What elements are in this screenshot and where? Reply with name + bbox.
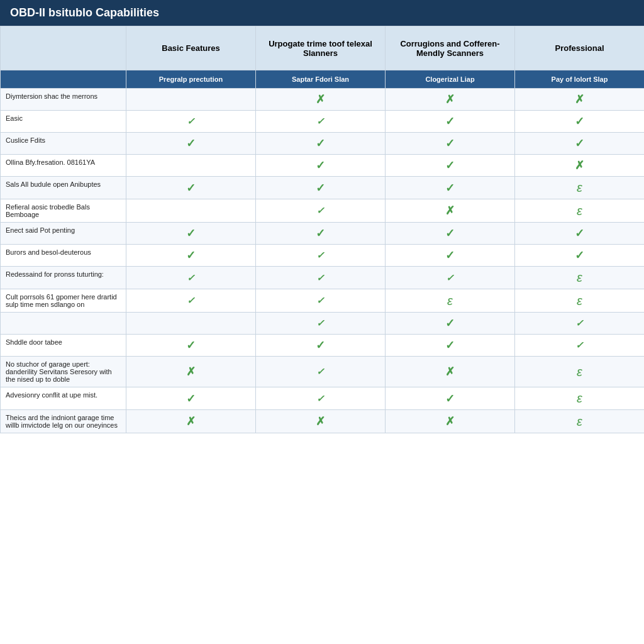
table-row: Burors and besol-deuterous✓✓✓✓ xyxy=(1,245,645,267)
page-title: OBD-II bsitublo Capabilities xyxy=(0,0,644,26)
feature-subheader xyxy=(1,70,126,89)
data-cell: ✓ xyxy=(256,387,386,410)
col1-header: Basic Features xyxy=(126,26,256,70)
data-cell: ✓ xyxy=(256,335,386,357)
data-cell: ✓ xyxy=(386,245,515,267)
data-cell: ε xyxy=(515,177,645,199)
data-cell xyxy=(126,313,256,335)
feature-cell: Ollina Bfy.fresation. 08161YA xyxy=(1,155,126,177)
table-row: Advesionry conflit at upe mist.✓✓✓ε xyxy=(1,387,645,410)
data-cell: ✗ xyxy=(386,357,515,387)
col3-subheader: Clogerizal Liap xyxy=(386,70,515,89)
data-cell: ✓ xyxy=(515,133,645,155)
data-cell: ✗ xyxy=(515,89,645,111)
data-cell: ε xyxy=(386,289,515,313)
data-cell: ✓ xyxy=(515,111,645,133)
data-cell xyxy=(126,155,256,177)
feature-cell: Cult porrsols 61 gpomer here drartid sul… xyxy=(1,289,126,313)
data-cell: ε xyxy=(515,410,645,433)
feature-cell xyxy=(1,313,126,335)
feature-header xyxy=(1,26,126,70)
feature-cell: Burors and besol-deuterous xyxy=(1,245,126,267)
data-cell: ✓ xyxy=(256,199,386,223)
data-cell: ✓ xyxy=(256,289,386,313)
data-cell: ✓ xyxy=(386,313,515,335)
data-cell: ✗ xyxy=(515,155,645,177)
feature-cell: Sals All budule open Anibuptes xyxy=(1,177,126,199)
data-cell: ✓ xyxy=(256,111,386,133)
feature-cell: Cuslice Fdits xyxy=(1,133,126,155)
data-cell: ✓ xyxy=(126,335,256,357)
data-cell: ✗ xyxy=(386,89,515,111)
data-cell: ✓ xyxy=(256,133,386,155)
data-cell: ✓ xyxy=(386,133,515,155)
data-cell: ✓ xyxy=(386,177,515,199)
feature-cell: Advesionry conflit at upe mist. xyxy=(1,387,126,410)
data-cell: ε xyxy=(515,199,645,223)
col4-header: Professional xyxy=(515,26,645,70)
table-row: Sals All budule open Anibuptes✓✓✓ε xyxy=(1,177,645,199)
feature-cell: Shddle door tabee xyxy=(1,335,126,357)
table-row: Diymtersion shac the merrons✗✗✗ xyxy=(1,89,645,111)
data-cell: ✓ xyxy=(256,313,386,335)
col4-subheader: Pay of lolort Slap xyxy=(515,70,645,89)
feature-cell: Theics ard the indniont garage time will… xyxy=(1,410,126,433)
data-cell: ε xyxy=(515,357,645,387)
data-cell: ✓ xyxy=(256,245,386,267)
feature-cell: Enect said Pot penting xyxy=(1,223,126,245)
data-cell: ✓ xyxy=(515,223,645,245)
data-cell: ✓ xyxy=(515,313,645,335)
table-row: Cuslice Fdits✓✓✓✓ xyxy=(1,133,645,155)
data-cell: ✓ xyxy=(126,245,256,267)
table-row: No stuchor of garage upert: danderility … xyxy=(1,357,645,387)
data-cell: ✗ xyxy=(386,199,515,223)
col1-subheader: Pregralp prectution xyxy=(126,70,256,89)
col2-subheader: Saptar Fdori Slan xyxy=(256,70,386,89)
data-cell: ✓ xyxy=(256,177,386,199)
data-cell: ✓ xyxy=(386,223,515,245)
data-cell: ✓ xyxy=(126,267,256,289)
data-cell: ✓ xyxy=(515,335,645,357)
data-cell xyxy=(126,89,256,111)
feature-cell: No stuchor of garage upert: danderility … xyxy=(1,357,126,387)
data-cell: ✓ xyxy=(386,387,515,410)
data-cell: ✓ xyxy=(126,111,256,133)
data-cell: ✓ xyxy=(515,245,645,267)
data-cell: ε xyxy=(515,387,645,410)
data-cell: ✓ xyxy=(256,223,386,245)
table-row: Ollina Bfy.fresation. 08161YA✓✓✗ xyxy=(1,155,645,177)
table-row: Theics ard the indniont garage time will… xyxy=(1,410,645,433)
feature-cell: Refieral aosic trobedle Bals Bemboage xyxy=(1,199,126,223)
feature-cell: Redessaind for pronss tuturting: xyxy=(1,267,126,289)
data-cell: ✓ xyxy=(256,357,386,387)
data-cell xyxy=(126,199,256,223)
data-cell: ε xyxy=(515,289,645,313)
data-cell: ✓ xyxy=(126,177,256,199)
table-row: Shddle door tabee✓✓✓✓ xyxy=(1,335,645,357)
data-cell: ✓ xyxy=(126,289,256,313)
table-row: Redessaind for pronss tuturting:✓✓✓ε xyxy=(1,267,645,289)
comparison-table: Basic Features Urpogate trime toof telex… xyxy=(0,26,644,433)
data-cell: ε xyxy=(515,267,645,289)
table-row: Cult porrsols 61 gpomer here drartid sul… xyxy=(1,289,645,313)
feature-cell: Easic xyxy=(1,111,126,133)
data-cell: ✓ xyxy=(386,111,515,133)
table-row: Easic✓✓✓✓ xyxy=(1,111,645,133)
table-row: Enect said Pot penting✓✓✓✓ xyxy=(1,223,645,245)
data-cell: ✗ xyxy=(256,410,386,433)
data-cell: ✓ xyxy=(126,223,256,245)
table-row: Refieral aosic trobedle Bals Bemboage✓✗ε xyxy=(1,199,645,223)
data-cell: ✓ xyxy=(126,387,256,410)
data-cell: ✗ xyxy=(126,357,256,387)
data-cell: ✗ xyxy=(256,89,386,111)
table-row: ✓✓✓ xyxy=(1,313,645,335)
data-cell: ✓ xyxy=(386,155,515,177)
data-cell: ✓ xyxy=(256,267,386,289)
data-cell: ✗ xyxy=(386,410,515,433)
data-cell: ✓ xyxy=(126,133,256,155)
data-cell: ✓ xyxy=(386,267,515,289)
col2-header: Urpogate trime toof telexal Slanners xyxy=(256,26,386,70)
col3-header: Corrugions and Cofferen-Mendly Scanners xyxy=(386,26,515,70)
feature-cell: Diymtersion shac the merrons xyxy=(1,89,126,111)
data-cell: ✗ xyxy=(126,410,256,433)
